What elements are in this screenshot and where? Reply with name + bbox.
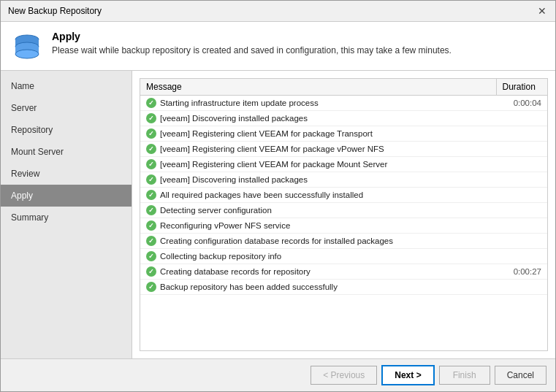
success-icon [146,98,156,108]
sidebar-item-review[interactable]: Review [1,163,132,185]
header-title: Apply [52,31,452,42]
log-duration: 0:00:27 [496,264,547,280]
success-icon [146,266,156,277]
log-duration [496,218,547,234]
success-icon [146,113,156,123]
table-row: [veeam] Registering client VEEAM for pac… [140,126,547,142]
message-text: [veeam] Registering client VEEAM for pac… [160,160,387,169]
message-text: [veeam] Registering client VEEAM for pac… [160,129,373,138]
log-duration [496,172,547,188]
main-content: Message Duration Starting infrastructure… [132,71,555,358]
table-row: Creating configuration database records … [140,234,547,249]
log-duration [496,234,547,249]
log-message: Collecting backup repository info [140,249,496,264]
log-duration [496,280,547,295]
dialog-window: New Backup Repository ✕ Apply Please wai… [0,0,556,392]
log-duration: 0:00:04 [496,96,547,111]
message-text: All required packages have been successf… [160,191,363,199]
table-row: Detecting server configuration [140,203,547,218]
log-message: Backup repository has been added success… [140,280,496,295]
header-content: Apply Please wait while backup repositor… [52,31,452,55]
header-description: Please wait while backup repository is c… [52,45,452,55]
message-text: [veeam] Discovering installed packages [160,175,308,184]
table-row: Starting infrastructure item update proc… [140,96,547,111]
success-icon [146,251,156,261]
log-message: Starting infrastructure item update proc… [140,96,496,111]
sidebar-item-name[interactable]: Name [1,75,132,97]
success-icon [146,159,156,169]
log-message: [veeam] Registering client VEEAM for pac… [140,142,496,157]
sidebar-item-summary[interactable]: Summary [1,207,132,228]
next-button[interactable]: Next > [381,365,434,385]
sidebar-item-repository[interactable]: Repository [1,119,132,141]
success-icon [146,144,156,154]
success-icon [146,236,156,246]
log-message: [veeam] Discovering installed packages [140,111,496,126]
message-text: Creating database records for repository [160,267,311,276]
success-icon [146,205,156,215]
table-row: [veeam] Discovering installed packages [140,111,547,126]
message-text: Reconfiguring vPower NFS service [160,221,290,230]
col-message: Message [140,79,496,96]
header-icon [12,32,42,61]
message-text: [veeam] Discovering installed packages [160,114,308,123]
sidebar-item-apply[interactable]: Apply [1,185,132,207]
col-duration: Duration [496,79,547,96]
table-row: Backup repository has been added success… [140,280,547,295]
dialog-title: New Backup Repository [8,6,102,16]
success-icon [146,174,156,185]
table-row: [veeam] Registering client VEEAM for pac… [140,142,547,157]
log-table: Message Duration Starting infrastructure… [140,78,548,351]
log-message: Detecting server configuration [140,203,496,218]
success-icon [146,128,156,139]
log-message: Creating configuration database records … [140,234,496,249]
finish-button[interactable]: Finish [439,366,490,385]
log-message: All required packages have been successf… [140,188,496,203]
table-row: Reconfiguring vPower NFS service [140,218,547,234]
message-text: Starting infrastructure item update proc… [160,99,319,107]
log-message: Reconfiguring vPower NFS service [140,218,496,234]
message-text: [veeam] Registering client VEEAM for pac… [160,145,384,153]
table-row: [veeam] Registering client VEEAM for pac… [140,157,547,172]
log-duration [496,111,547,126]
success-icon [146,220,156,231]
table-row: Creating database records for repository… [140,264,547,280]
sidebar: NameServerRepositoryMount ServerReviewAp… [1,71,132,358]
table-row: Collecting backup repository info [140,249,547,264]
message-text: Collecting backup repository info [160,252,281,261]
previous-button[interactable]: < Previous [311,366,377,385]
table-row: All required packages have been successf… [140,188,547,203]
success-icon [146,282,156,292]
sidebar-item-mount-server[interactable]: Mount Server [1,141,132,163]
title-bar: New Backup Repository ✕ [1,1,555,22]
close-button[interactable]: ✕ [536,5,548,17]
log-message: [veeam] Registering client VEEAM for pac… [140,126,496,142]
log-duration [496,157,547,172]
success-icon [146,190,156,200]
log-message: [veeam] Registering client VEEAM for pac… [140,157,496,172]
table-row: [veeam] Discovering installed packages [140,172,547,188]
message-text: Detecting server configuration [160,206,272,215]
svg-point-4 [15,50,39,58]
message-text: Backup repository has been added success… [160,283,338,291]
log-message: [veeam] Discovering installed packages [140,172,496,188]
log-duration [496,249,547,264]
log-duration [496,203,547,218]
log-duration [496,126,547,142]
log-duration [496,188,547,203]
dialog-header: Apply Please wait while backup repositor… [1,22,555,71]
dialog-footer: < Previous Next > Finish Cancel [1,358,555,391]
message-text: Creating configuration database records … [160,237,393,245]
log-duration [496,142,547,157]
log-message: Creating database records for repository [140,264,496,280]
dialog-body: NameServerRepositoryMount ServerReviewAp… [1,71,555,358]
cancel-button[interactable]: Cancel [495,366,547,385]
sidebar-item-server[interactable]: Server [1,97,132,119]
